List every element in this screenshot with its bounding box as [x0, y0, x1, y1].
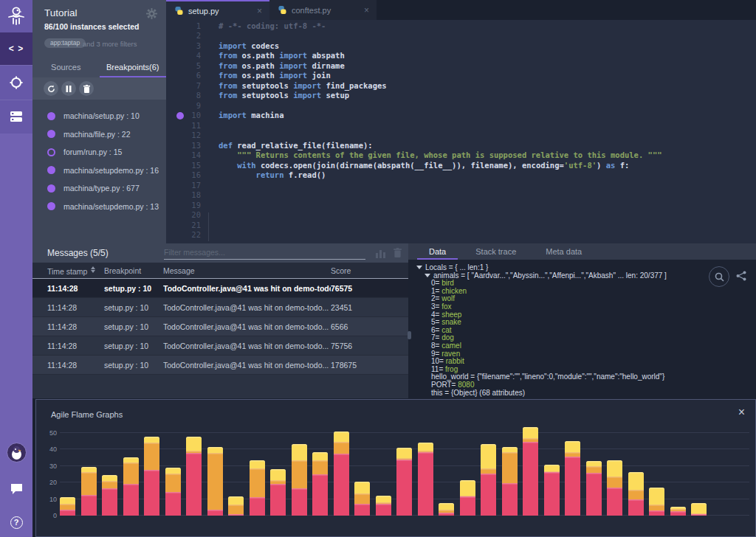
flame-bar-16[interactable] [376, 496, 391, 516]
chevron-down-icon[interactable] [416, 266, 422, 269]
line-number[interactable]: 20 [166, 210, 201, 221]
flame-bar-21[interactable] [481, 444, 496, 516]
code-line[interactable]: 1# -*- coding: utf-8 -*- [166, 21, 756, 32]
line-number[interactable]: 18 [166, 190, 201, 201]
flame-bar-19[interactable] [439, 503, 454, 516]
chevron-down-icon[interactable] [425, 274, 430, 277]
refresh-button[interactable] [44, 81, 58, 96]
flame-bar-18[interactable] [418, 443, 433, 516]
search-button[interactable] [709, 266, 729, 287]
breakpoint-dot[interactable] [47, 130, 55, 138]
tree-item[interactable]: this = {Object} (68 attributes) [408, 389, 756, 398]
flame-bar-30[interactable] [670, 507, 686, 516]
message-row[interactable]: 11:14:28setup.py : 10TodoController.java… [32, 317, 408, 336]
rail-item-target[interactable] [0, 65, 32, 100]
breakpoint-dot[interactable] [47, 166, 55, 174]
flame-bar-7[interactable] [186, 437, 202, 516]
flame-bar-14[interactable] [334, 432, 349, 516]
rail-item-profile[interactable] [0, 441, 32, 463]
flame-bar-1[interactable] [60, 497, 75, 516]
code-line[interactable]: 5from os.path import dirname [166, 61, 756, 72]
tab-data[interactable]: Data [429, 243, 446, 260]
breakpoint-list-item[interactable]: machina/setupdemo.py : 13 [32, 198, 166, 216]
flame-bar-8[interactable] [207, 447, 223, 516]
tree-item[interactable]: 1= chicken [408, 288, 756, 296]
code-line[interactable]: 11 [166, 121, 756, 131]
panel-scrollbar-thumb[interactable] [408, 331, 411, 339]
share-button[interactable] [736, 271, 746, 281]
settings-button[interactable] [146, 8, 157, 19]
col-score[interactable]: Score [331, 266, 408, 275]
close-icon[interactable]: × [238, 6, 262, 16]
flame-bar-5[interactable] [144, 437, 159, 516]
code-line[interactable]: 8from setuptools import setup [166, 91, 756, 101]
col-breakpoint[interactable]: Breakpoint [104, 266, 163, 275]
breakpoint-dot[interactable] [47, 112, 55, 120]
flame-bar-12[interactable] [292, 444, 307, 516]
flame-bar-28[interactable] [628, 472, 644, 516]
message-row[interactable]: 11:14:28setup.py : 10TodoController.java… [32, 298, 408, 317]
message-row[interactable]: 11:14:28setup.py : 10TodoController.java… [32, 279, 408, 298]
flame-bar-27[interactable] [607, 460, 622, 516]
line-number[interactable]: 8 [166, 91, 201, 101]
code-line[interactable]: 19 [166, 201, 756, 211]
flame-bar-17[interactable] [396, 448, 412, 516]
line-number[interactable]: 19 [166, 201, 201, 211]
line-number[interactable]: 14 [166, 150, 201, 161]
code-line[interactable]: 13def read_relative_file(filename): [166, 141, 756, 151]
tab-breakpoints[interactable]: Breakpoints(6) [100, 58, 167, 77]
line-number[interactable]: 1 [166, 21, 201, 32]
line-number[interactable]: 3 [166, 41, 201, 52]
col-message[interactable]: Message [163, 266, 331, 275]
tab-meta-data[interactable]: Meta data [546, 243, 582, 260]
line-number[interactable]: 13 [166, 141, 201, 151]
code-line[interactable]: 10import machina [166, 111, 756, 121]
editor-tab-setup[interactable]: setup.py × [166, 0, 269, 20]
tab-sources[interactable]: Sources [32, 58, 100, 77]
breakpoint-list-item[interactable]: machina/setupdemo.py : 16 [32, 162, 166, 180]
line-number[interactable]: 16 [166, 170, 201, 181]
tree-item[interactable]: 8= camel [408, 342, 756, 350]
line-number[interactable]: 11 [166, 121, 201, 131]
tree-item[interactable]: 10= rabbit [408, 358, 756, 366]
breakpoint-dot[interactable] [47, 184, 55, 193]
flame-bar-29[interactable] [649, 488, 664, 516]
filter-messages-input[interactable] [164, 246, 365, 260]
flame-bar-31[interactable] [691, 503, 707, 516]
breakpoint-list-item[interactable]: machina/file.py : 22 [32, 125, 166, 144]
line-number[interactable]: 5 [166, 61, 201, 72]
code-line[interactable]: 14 """ Returns contents of the given fil… [166, 150, 756, 161]
code-area[interactable]: 1# -*- coding: utf-8 -*-23import codecs4… [166, 20, 756, 243]
pause-button[interactable] [61, 81, 76, 96]
code-line[interactable]: 21 [166, 221, 756, 231]
close-icon[interactable]: × [345, 5, 369, 15]
line-number[interactable]: 6 [166, 71, 201, 81]
line-number[interactable]: 12 [166, 131, 201, 141]
line-number[interactable]: 4 [166, 51, 201, 61]
breakpoint-dot[interactable] [176, 112, 184, 119]
code-line[interactable]: 4from os.path import abspath [166, 51, 756, 61]
code-line[interactable]: 6from os.path import join [166, 71, 756, 81]
line-number[interactable]: 7 [166, 81, 201, 91]
tab-stack-trace[interactable]: Stack trace [475, 243, 516, 260]
breakpoint-dot[interactable] [47, 202, 55, 210]
breakpoint-dot[interactable] [47, 148, 55, 156]
animals-node[interactable]: animals = [ "Aardvar...","Abyssin...","A… [408, 272, 756, 280]
code-line[interactable]: 22 [166, 230, 756, 240]
close-icon[interactable]: × [738, 406, 745, 419]
more-filters-label[interactable]: and 3 more filters [83, 40, 137, 48]
flame-bar-3[interactable] [102, 475, 117, 516]
message-row[interactable]: 11:14:28setup.py : 10TodoController.java… [32, 356, 408, 375]
breakpoint-list-item[interactable]: forum/run.py : 15 [32, 143, 166, 162]
bar-chart-icon[interactable] [376, 249, 386, 258]
code-line[interactable]: 16 return f.read() [166, 170, 756, 181]
rail-item-instances[interactable] [0, 100, 32, 134]
code-line[interactable]: 20 [166, 210, 756, 221]
line-number[interactable]: 22 [166, 230, 201, 240]
flame-bar-2[interactable] [81, 467, 97, 516]
line-number[interactable]: 17 [166, 181, 201, 191]
flame-bar-11[interactable] [270, 469, 286, 516]
code-line[interactable]: 2 [166, 31, 756, 41]
breakpoint-list-item[interactable]: machina/setup.py : 10 [32, 107, 166, 125]
app-logo[interactable] [0, 0, 32, 32]
